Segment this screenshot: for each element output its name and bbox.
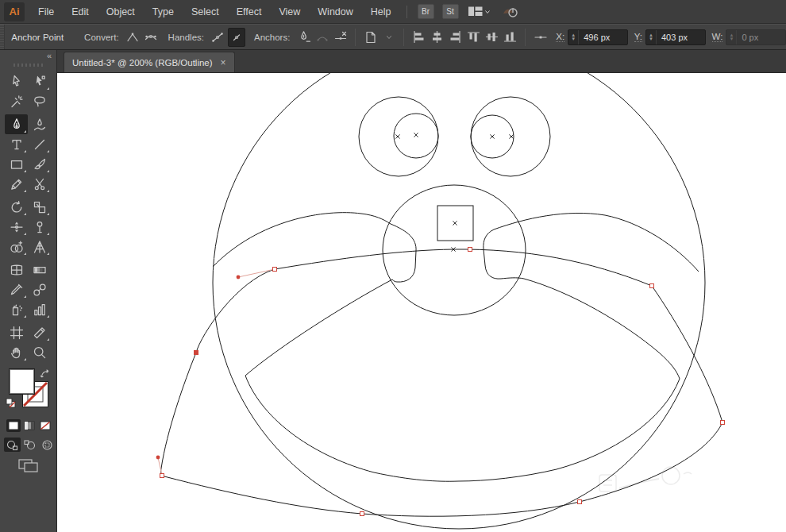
hide-handles-button[interactable] xyxy=(228,28,245,47)
type-tool[interactable] xyxy=(5,134,28,154)
x-value[interactable]: 496 px xyxy=(579,33,610,42)
document-setup-chevron-icon[interactable] xyxy=(380,28,397,47)
eyedropper-tool[interactable] xyxy=(5,279,28,299)
document-setup-button[interactable] xyxy=(362,28,379,47)
menu-item-help[interactable]: Help xyxy=(362,0,400,24)
align-vertical-bottom-button[interactable] xyxy=(502,28,518,47)
curvature-tool[interactable] xyxy=(28,114,51,134)
pencil-tool[interactable] xyxy=(5,174,28,194)
x-stepper[interactable] xyxy=(568,30,579,44)
align-horizontal-right-button[interactable] xyxy=(447,28,464,47)
selection-tool[interactable] xyxy=(5,71,28,91)
menu-bar: Ai FileEditObjectTypeSelectEffectViewWin… xyxy=(0,0,786,24)
draw-behind-button[interactable] xyxy=(21,438,38,452)
puppet-warp-tool[interactable] xyxy=(28,217,51,237)
control-separator xyxy=(355,29,356,46)
swap-fill-stroke-icon[interactable] xyxy=(40,368,51,383)
workspace-switcher-button[interactable] xyxy=(468,6,491,17)
panel-grip[interactable] xyxy=(13,64,44,67)
perspective-grid-tool[interactable] xyxy=(28,237,51,256)
y-stepper[interactable] xyxy=(646,30,657,44)
slice-tool[interactable] xyxy=(28,322,51,342)
symbol-sprayer-tool[interactable] xyxy=(5,299,28,319)
width-tool[interactable] xyxy=(5,217,28,237)
y-field-label: Y: xyxy=(634,32,642,42)
draw-normal-button[interactable] xyxy=(4,438,21,452)
remove-anchor-button[interactable] xyxy=(295,28,312,47)
pen-tool[interactable] xyxy=(5,114,28,134)
direct-selection-tool[interactable] xyxy=(28,71,51,91)
panel-collapse-button[interactable]: « xyxy=(0,50,56,61)
zoom-tool[interactable] xyxy=(28,342,51,362)
menu-item-edit[interactable]: Edit xyxy=(63,0,98,24)
tab-close-icon[interactable]: × xyxy=(221,57,226,68)
power-status-icon[interactable] xyxy=(501,5,518,19)
menu-item-type[interactable]: Type xyxy=(144,0,183,24)
rectangle-tool[interactable] xyxy=(5,154,28,174)
center-x-marks xyxy=(395,133,513,251)
anchor-point-reference-icon xyxy=(532,28,549,47)
menu-item-select[interactable]: Select xyxy=(183,0,228,24)
menu-item-window[interactable]: Window xyxy=(309,0,361,24)
align-horizontal-center-button[interactable] xyxy=(429,28,445,47)
convert-to-smooth-button[interactable] xyxy=(143,28,160,47)
artboard-canvas[interactable] xyxy=(57,73,786,532)
watermark xyxy=(599,467,692,492)
y-field[interactable]: 403 px xyxy=(645,29,706,45)
tool-panel: « xyxy=(0,50,57,532)
scale-tool[interactable] xyxy=(28,197,51,217)
document-tab[interactable]: Untitled-3* @ 200% (RGB/Outline) × xyxy=(64,52,235,72)
cut-path-button[interactable] xyxy=(332,28,349,47)
illustrator-logo[interactable]: Ai xyxy=(4,2,25,21)
swatch-type-buttons xyxy=(6,419,56,432)
document-tab-bar: Untitled-3* @ 200% (RGB/Outline) × xyxy=(57,50,786,73)
align-vertical-top-button[interactable] xyxy=(465,28,482,47)
w-field-label: W: xyxy=(712,32,723,42)
menu-item-view[interactable]: View xyxy=(270,0,309,24)
connect-path-button[interactable] xyxy=(314,28,330,47)
align-horizontal-left-button[interactable] xyxy=(410,28,427,47)
control-bar-grip[interactable] xyxy=(0,25,5,49)
menu-item-effect[interactable]: Effect xyxy=(228,0,271,24)
handles-label: Handles: xyxy=(168,33,204,42)
path-anchors[interactable] xyxy=(160,248,725,516)
align-vertical-middle-button[interactable] xyxy=(484,28,500,47)
y-value[interactable]: 403 px xyxy=(657,33,688,42)
w-value: 0 px xyxy=(737,33,758,42)
magic-wand-tool[interactable] xyxy=(5,91,28,111)
artwork-paths xyxy=(161,73,722,529)
menu-item-object[interactable]: Object xyxy=(98,0,144,24)
direction-handles[interactable] xyxy=(156,269,275,476)
fill-swatch[interactable] xyxy=(9,368,35,395)
stock-button[interactable]: St xyxy=(442,4,459,19)
menu-separator xyxy=(406,6,407,18)
column-graph-tool[interactable] xyxy=(28,299,51,319)
context-label: Anchor Point xyxy=(11,33,64,42)
gradient-tool[interactable] xyxy=(28,260,51,279)
hand-tool[interactable] xyxy=(5,342,28,362)
artboard-tool[interactable] xyxy=(5,322,28,342)
x-field[interactable]: 496 px xyxy=(568,29,628,45)
menu-items: FileEditObjectTypeSelectEffectViewWindow… xyxy=(29,0,400,24)
mesh-tool[interactable] xyxy=(5,260,28,279)
anchors-label: Anchors: xyxy=(254,33,290,42)
none-button[interactable] xyxy=(38,419,52,432)
convert-to-corner-button[interactable] xyxy=(125,28,141,47)
color-button[interactable] xyxy=(6,419,21,432)
bridge-button[interactable]: Br xyxy=(418,4,434,19)
rotate-tool[interactable] xyxy=(5,197,28,217)
scissors-tool[interactable] xyxy=(28,174,51,194)
paintbrush-tool[interactable] xyxy=(28,154,51,174)
draw-inside-button[interactable] xyxy=(39,438,56,452)
shape-builder-tool[interactable] xyxy=(5,237,28,256)
menu-item-file[interactable]: File xyxy=(29,0,63,24)
default-fill-stroke-icon[interactable] xyxy=(6,397,16,411)
line-segment-tool[interactable] xyxy=(28,134,51,154)
w-stepper xyxy=(726,30,737,44)
show-handles-button[interactable] xyxy=(210,28,226,47)
workspace-icon xyxy=(468,6,484,17)
screen-mode-button[interactable] xyxy=(0,459,57,472)
gradient-button[interactable] xyxy=(22,419,37,432)
blend-tool[interactable] xyxy=(28,279,51,299)
lasso-tool[interactable] xyxy=(28,91,51,111)
